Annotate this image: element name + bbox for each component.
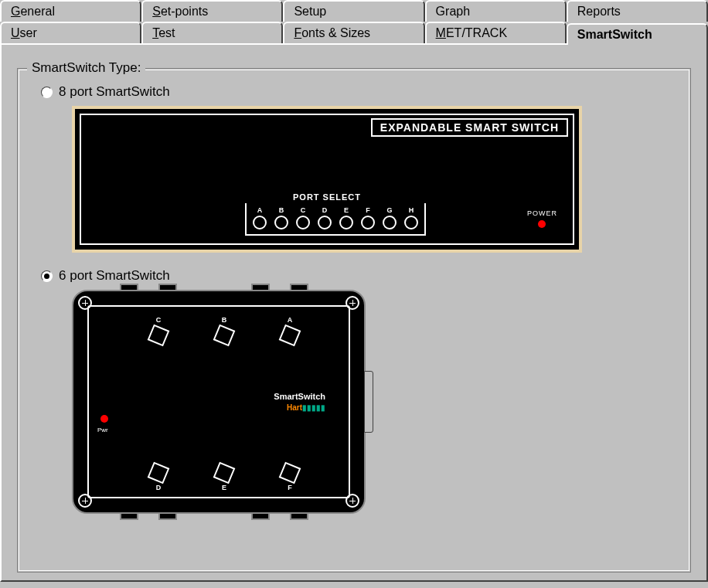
tab-graph[interactable]: Graph [425,0,567,22]
option-6port-label: 6 port SmartSwitch [59,268,170,284]
device8-title: EXPANDABLE SMART SWITCH [371,118,568,137]
tab-test[interactable]: Test [141,22,283,43]
option-6port[interactable]: 6 port SmartSwitch [41,268,667,284]
device-image-8port: EXPANDABLE SMART SWITCH PORT SELECT A B … [72,106,582,253]
device8-portselect: PORT SELECT [293,192,361,202]
tab-panel: SmartSwitch Type: 8 port SmartSwitch EXP… [0,43,708,582]
radio-8port[interactable] [41,87,53,98]
device6-sideport [364,371,373,433]
device6-sub: Hart▮▮▮▮▮ [287,403,325,412]
tab-general[interactable]: General [0,0,141,22]
radio-6port[interactable] [41,270,53,282]
device8-power-led [538,220,546,228]
option-8port-label: 8 port SmartSwitch [59,84,170,100]
tab-user[interactable]: User [0,22,141,43]
smartswitch-type-group: SmartSwitch Type: 8 port SmartSwitch EXP… [17,68,691,573]
tab-row-1: General Set-points Setup Graph Reports [0,0,708,22]
tab-smartswitch[interactable]: SmartSwitch [567,23,708,45]
device6-power-label: Pwr [97,427,108,433]
group-title: SmartSwitch Type: [27,60,145,76]
device-image-6port: C B A D E F SmartSwitch Hart▮▮▮▮▮ Pwr [72,290,366,514]
device8-power-label: POWER [527,209,557,217]
tab-mettrack[interactable]: MET/TRACK [425,22,567,43]
device6-brand: SmartSwitch [274,392,325,401]
tab-fonts[interactable]: Fonts & Sizes [283,22,424,43]
option-8port[interactable]: 8 port SmartSwitch [41,84,667,100]
tab-row-2: User Test Fonts & Sizes MET/TRACK SmartS… [0,22,708,43]
device6-power-led [100,415,108,423]
tab-reports[interactable]: Reports [567,0,708,22]
tab-setup[interactable]: Setup [283,0,424,22]
tab-setpoints[interactable]: Set-points [141,0,283,22]
